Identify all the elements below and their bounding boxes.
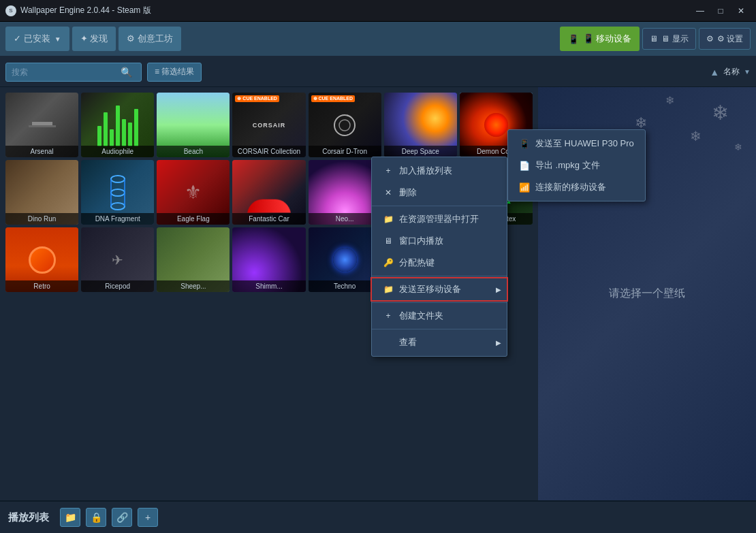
- steam-logo: S: [5, 5, 16, 16]
- display-label: 🖥 显示: [661, 33, 688, 45]
- ctx-display-icon: 🖥: [383, 236, 394, 246]
- workshop-button[interactable]: ⚙ 创意工坊: [119, 27, 181, 51]
- ctx-open-explorer[interactable]: 📁 在资源管理器中打开: [372, 208, 507, 230]
- submenu-export-mpkg-label: 导出 .mpkg 文件: [535, 159, 600, 172]
- filter-label: ≡ 筛选结果: [155, 66, 194, 78]
- submenu-connect-mobile[interactable]: 📶 连接新的移动设备: [508, 176, 645, 198]
- settings-label: ⚙ 设置: [717, 33, 743, 45]
- ctx-folder-icon: 📁: [383, 214, 394, 224]
- snowflake-4: ❄: [734, 142, 742, 152]
- wallpaper-item-retro[interactable]: Retro: [5, 227, 78, 292]
- wallpaper-label-ricepod: Ricepod: [81, 280, 154, 292]
- ctx-assign-hotkey-label: 分配热键: [399, 257, 435, 269]
- cue-badge-2: ⊕ CUE ENABLED: [311, 95, 356, 102]
- wallpaper-label-retro: Retro: [5, 280, 78, 292]
- playlist-lock-button[interactable]: 🔒: [86, 508, 106, 527]
- ctx-add-playlist-label: 加入播放列表: [399, 165, 452, 177]
- wallpaper-label-shimm: Shimm...: [232, 280, 305, 292]
- ctx-assign-hotkey[interactable]: 🔑 分配热键: [372, 252, 507, 274]
- ctx-delete-icon: ✕: [383, 188, 394, 197]
- ctx-delete[interactable]: ✕ 删除: [372, 182, 507, 204]
- display-button[interactable]: 🖥 🖥 显示: [642, 28, 695, 50]
- playlist-add-button[interactable]: +: [138, 508, 158, 527]
- ctx-add-playlist[interactable]: + 加入播放列表: [372, 160, 507, 182]
- ctx-sep-2: [372, 276, 507, 276]
- cue-badge-1: ⊕ CUE ENABLED: [235, 95, 279, 102]
- submenu-file-icon: 📄: [519, 161, 530, 171]
- wallpaper-item-deepspace[interactable]: Deep Space: [384, 93, 457, 157]
- sort-up-arrow[interactable]: ▲: [710, 67, 719, 78]
- wallpaper-item-arsenal[interactable]: Arsenal: [5, 93, 78, 157]
- submenu-send-huawei[interactable]: 📱 发送至 HUAWEI P30 Pro: [508, 133, 645, 155]
- ctx-create-folder-icon: +: [383, 311, 394, 321]
- ctx-play-window[interactable]: 🖥 窗口内播放: [372, 230, 507, 252]
- wallpaper-label-dinorun: Dino Run: [5, 213, 78, 225]
- wallpaper-item-corsair2[interactable]: ⊕ CUE ENABLED Corsair D-Tron: [309, 93, 381, 157]
- wallpaper-label-sheep: Sheep...: [157, 280, 230, 292]
- window-controls: — □ ✕: [691, 4, 751, 18]
- ctx-send-mobile-label: 发送至移动设备: [399, 283, 461, 295]
- right-panel-placeholder: 请选择一个壁纸: [609, 287, 685, 301]
- wallpaper-item-techno[interactable]: Techno: [309, 227, 381, 292]
- settings-icon: ⚙: [706, 34, 714, 44]
- search-box[interactable]: 🔍: [5, 63, 142, 82]
- wallpaper-item-eagle[interactable]: ⚜ Eagle Flag: [157, 160, 230, 225]
- playlist-share-button[interactable]: 🔗: [112, 508, 132, 527]
- settings-button[interactable]: ⚙ ⚙ 设置: [699, 28, 751, 50]
- search-input[interactable]: [12, 67, 121, 77]
- wallpaper-item-fantastic[interactable]: Fantastic Car: [232, 160, 305, 225]
- wallpaper-label-corsair1: CORSAIR Collection: [232, 146, 305, 157]
- wallpaper-item-neo[interactable]: Neo...: [309, 160, 381, 225]
- mobile-device-button[interactable]: 📱 📱 移动设备: [560, 27, 640, 51]
- ctx-add-icon: +: [383, 166, 394, 176]
- folder-icon: 📁: [65, 512, 76, 523]
- ctx-create-folder-label: 创建文件夹: [399, 310, 443, 322]
- snowflake-1: ❄: [712, 101, 729, 125]
- svg-point-2: [334, 115, 355, 135]
- ctx-mobile-icon: 📁: [383, 285, 394, 294]
- wallpaper-item-dna[interactable]: DNA Fragment: [81, 160, 154, 225]
- sort-area: ▲ 名称 ▼: [710, 66, 751, 78]
- context-menu: + 加入播放列表 ✕ 删除 📁 在资源管理器中打开 🖥 窗口内播放 🔑 分配热键…: [371, 157, 507, 357]
- top-nav: ✓ 已安装 ▼ ✦ 发现 ⚙ 创意工坊 📱 📱 移动设备 🖥 🖥 显示 ⚙ ⚙ …: [0, 22, 756, 57]
- wallpaper-item-audiophile[interactable]: Audiophile: [81, 93, 154, 157]
- ctx-create-folder[interactable]: + 创建文件夹: [372, 305, 507, 327]
- title-bar: S Wallpaper Engine 2.0.44 - Steam 版 — □ …: [0, 0, 756, 22]
- ctx-view[interactable]: 查看: [372, 332, 507, 353]
- share-icon: 🔗: [116, 512, 128, 523]
- wallpaper-item-sheep[interactable]: Sheep...: [157, 227, 230, 292]
- submenu-export-mpkg[interactable]: 📄 导出 .mpkg 文件: [508, 155, 645, 176]
- installed-button[interactable]: ✓ 已安装 ▼: [5, 27, 69, 51]
- installed-label: ✓ 已安装: [14, 33, 50, 45]
- wallpaper-label-audiophile: Audiophile: [81, 146, 154, 157]
- wallpaper-item-corsair1[interactable]: ⊕ CUE ENABLED CORSAIR CORSAIR Collection: [232, 93, 305, 157]
- wallpaper-item-dinorun[interactable]: Dino Run: [5, 160, 78, 225]
- wallpaper-item-shimm[interactable]: Shimm...: [232, 227, 305, 292]
- close-button[interactable]: ✕: [731, 4, 751, 18]
- wallpaper-label-beach: Beach: [157, 146, 230, 157]
- add-icon: +: [145, 512, 151, 523]
- wallpaper-item-ricepod[interactable]: ✈ Ricepod: [81, 227, 154, 292]
- ctx-send-mobile[interactable]: 📁 发送至移动设备: [372, 278, 507, 300]
- title-text: Wallpaper Engine 2.0.44 - Steam 版: [20, 5, 151, 16]
- playlist-folder-button[interactable]: 📁: [60, 508, 80, 527]
- ctx-key-icon: 🔑: [383, 258, 394, 268]
- minimize-button[interactable]: —: [691, 4, 710, 18]
- ctx-sep-4: [372, 329, 507, 329]
- bottom-bar: 播放列表 📁 🔒 🔗 +: [0, 500, 756, 533]
- filter-button[interactable]: ≡ 筛选结果: [147, 63, 202, 82]
- svg-rect-1: [29, 125, 56, 127]
- discover-button[interactable]: ✦ 发现: [72, 27, 116, 51]
- lock-icon: 🔒: [91, 512, 102, 523]
- mobile-icon: 📱: [568, 34, 579, 44]
- ctx-open-explorer-label: 在资源管理器中打开: [399, 213, 479, 225]
- wallpaper-item-beach[interactable]: Beach: [157, 93, 230, 157]
- snowflake-3: ❄: [665, 94, 674, 107]
- sort-label: 名称: [723, 66, 740, 78]
- maximize-button[interactable]: □: [711, 4, 730, 18]
- submenu-phone-icon: 📱: [519, 139, 530, 149]
- ctx-view-label: 查看: [399, 336, 417, 349]
- discover-label: ✦ 发现: [80, 33, 108, 45]
- workshop-label: ⚙ 创意工坊: [127, 33, 173, 45]
- sort-dropdown-arrow[interactable]: ▼: [744, 68, 751, 76]
